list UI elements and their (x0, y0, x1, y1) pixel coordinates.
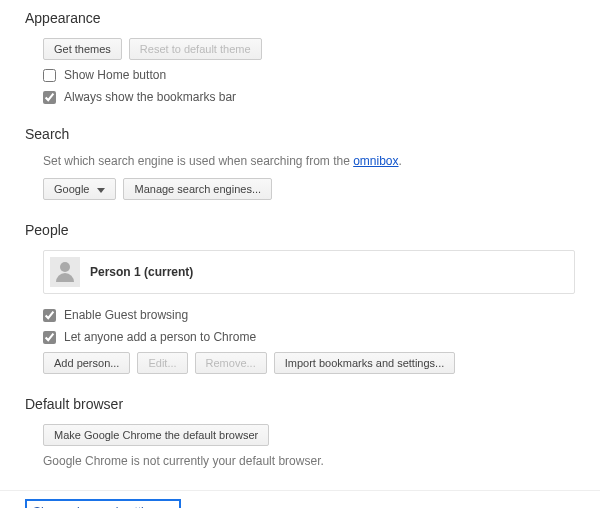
search-description: Set which search engine is used when sea… (43, 154, 575, 168)
appearance-section: Appearance Get themes Reset to default t… (25, 10, 575, 104)
people-profile-box[interactable]: Person 1 (current) (43, 250, 575, 294)
search-engine-dropdown[interactable]: Google (43, 178, 116, 200)
people-section: People Person 1 (current) Enable Guest b… (25, 222, 575, 374)
search-desc-suffix: . (399, 154, 402, 168)
enable-guest-row[interactable]: Enable Guest browsing (43, 308, 575, 322)
let-anyone-checkbox[interactable] (43, 331, 56, 344)
let-anyone-label: Let anyone add a person to Chrome (64, 330, 256, 344)
enable-guest-checkbox[interactable] (43, 309, 56, 322)
show-advanced-settings-link[interactable]: Show advanced settings... (25, 499, 181, 508)
appearance-title: Appearance (25, 10, 575, 26)
default-browser-title: Default browser (25, 396, 575, 412)
import-bookmarks-button[interactable]: Import bookmarks and settings... (274, 352, 456, 374)
person-name: Person 1 (current) (90, 265, 193, 279)
show-home-label: Show Home button (64, 68, 166, 82)
people-title: People (25, 222, 575, 238)
let-anyone-row[interactable]: Let anyone add a person to Chrome (43, 330, 575, 344)
always-bookmarks-checkbox[interactable] (43, 91, 56, 104)
search-title: Search (25, 126, 575, 142)
always-bookmarks-label: Always show the bookmarks bar (64, 90, 236, 104)
reset-theme-button[interactable]: Reset to default theme (129, 38, 262, 60)
get-themes-button[interactable]: Get themes (43, 38, 122, 60)
edit-person-button[interactable]: Edit... (137, 352, 187, 374)
show-home-row[interactable]: Show Home button (43, 68, 575, 82)
make-default-button[interactable]: Make Google Chrome the default browser (43, 424, 269, 446)
always-bookmarks-row[interactable]: Always show the bookmarks bar (43, 90, 575, 104)
avatar-icon (50, 257, 80, 287)
add-person-button[interactable]: Add person... (43, 352, 130, 374)
show-home-checkbox[interactable] (43, 69, 56, 82)
divider (0, 490, 600, 491)
manage-search-engines-button[interactable]: Manage search engines... (123, 178, 272, 200)
omnibox-link[interactable]: omnibox (353, 154, 398, 168)
search-desc-prefix: Set which search engine is used when sea… (43, 154, 353, 168)
search-section: Search Set which search engine is used w… (25, 126, 575, 200)
remove-person-button[interactable]: Remove... (195, 352, 267, 374)
default-browser-status: Google Chrome is not currently your defa… (43, 454, 575, 468)
default-browser-section: Default browser Make Google Chrome the d… (25, 396, 575, 468)
enable-guest-label: Enable Guest browsing (64, 308, 188, 322)
